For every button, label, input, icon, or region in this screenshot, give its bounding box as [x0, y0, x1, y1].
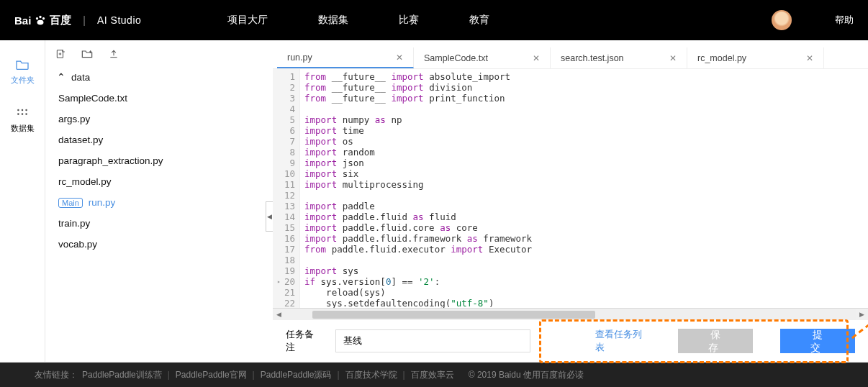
tree-folder-data[interactable]: ⌃ data: [51, 66, 268, 88]
file-sidebar: ⌃ data SampleCode.txt args.py dataset.py…: [45, 40, 273, 362]
save-button[interactable]: 保存: [678, 329, 753, 353]
tab-search-test-json[interactable]: search.test.json✕: [551, 47, 687, 68]
rail-dataset-label: 数据集: [11, 123, 35, 134]
footer-link[interactable]: 百度效率云: [411, 370, 454, 380]
logo[interactable]: Bai 百度 | AI Studio: [14, 14, 141, 27]
footer-prefix: 友情链接：: [35, 369, 78, 381]
sidebar-toolbar: [45, 40, 273, 60]
footer-copyright: © 2019 Baidu 使用百度前必读: [469, 369, 584, 381]
nav-competitions[interactable]: 比赛: [399, 14, 419, 27]
rail-dataset[interactable]: 数据集: [11, 107, 35, 134]
tab-SampleCode-txt[interactable]: SampleCode.txt✕: [414, 47, 551, 68]
svg-point-0: [36, 17, 38, 19]
rail-folder[interactable]: 文件夹: [11, 59, 35, 86]
svg-point-2: [42, 17, 45, 19]
top-nav: 项目大厅 数据集 比赛 教育: [227, 14, 489, 27]
topbar: Bai 百度 | AI Studio 项目大厅 数据集 比赛 教育 帮助: [0, 0, 868, 40]
svg-point-7: [17, 113, 19, 115]
help-link[interactable]: 帮助: [835, 14, 854, 27]
tab-rc_model-py[interactable]: rc_model.py✕: [687, 47, 824, 68]
rail-folder-label: 文件夹: [11, 75, 35, 86]
horizontal-scrollbar[interactable]: ◀ ▶: [273, 308, 868, 320]
editor-tabs: run.py✕SampleCode.txt✕search.test.json✕r…: [273, 47, 868, 69]
folder-icon: [15, 59, 30, 70]
close-icon[interactable]: ✕: [533, 53, 540, 63]
footer-link[interactable]: PaddlePaddle训练营: [82, 370, 162, 380]
left-rail: 文件夹 数据集: [0, 40, 45, 362]
nav-datasets[interactable]: 数据集: [318, 14, 348, 27]
product-name: AI Studio: [97, 14, 141, 26]
tree-file[interactable]: dataset.py: [51, 129, 268, 150]
tree-file-main[interactable]: Main run.py: [51, 192, 268, 213]
tree-file[interactable]: rc_model.py: [51, 171, 268, 192]
close-icon[interactable]: ✕: [669, 53, 677, 63]
tree-file[interactable]: SampleCode.txt: [51, 88, 268, 109]
svg-point-9: [25, 113, 27, 115]
new-folder-icon[interactable]: [81, 49, 93, 59]
main-badge: Main: [58, 198, 83, 208]
grid-icon: [15, 107, 30, 119]
nav-projects[interactable]: 项目大厅: [227, 14, 268, 27]
svg-point-6: [25, 109, 27, 111]
close-icon[interactable]: ✕: [396, 53, 403, 63]
task-label: 任务备注: [286, 328, 318, 354]
nav-education[interactable]: 教育: [469, 14, 489, 27]
tab-run-py[interactable]: run.py✕: [277, 47, 414, 68]
file-tree: ⌃ data SampleCode.txt args.py dataset.py…: [45, 60, 273, 255]
task-input[interactable]: [335, 329, 530, 352]
svg-point-3: [37, 20, 44, 25]
tree-file[interactable]: args.py: [51, 109, 268, 129]
svg-point-8: [22, 113, 24, 115]
chevron-down-icon: ⌃: [57, 71, 65, 83]
task-bar: 任务备注 查看任务列表 保存 提交: [273, 320, 868, 362]
footer-link[interactable]: PaddlePaddle源码: [261, 370, 332, 380]
upload-icon[interactable]: [109, 49, 119, 59]
footer-link[interactable]: PaddlePaddle官网: [176, 370, 247, 380]
collapse-sidebar-handle[interactable]: ◀: [266, 201, 273, 232]
tree-file[interactable]: vocab.py: [51, 234, 268, 255]
footer-link[interactable]: 百度技术学院: [345, 370, 397, 380]
close-icon[interactable]: ✕: [806, 53, 813, 63]
line-gutter: 123456789101112131415161718192021222324: [273, 69, 300, 308]
tree-file[interactable]: paragraph_extraction.py: [51, 150, 268, 171]
code-content[interactable]: from __future__ import absolute_importfr…: [300, 69, 532, 308]
svg-point-4: [17, 109, 19, 111]
svg-point-5: [22, 109, 24, 111]
view-tasks-link[interactable]: 查看任务列表: [595, 328, 643, 354]
new-file-icon[interactable]: [55, 49, 65, 59]
svg-point-1: [40, 16, 42, 18]
footer: 友情链接： PaddlePaddle训练营|PaddlePaddle官网|Pad…: [0, 363, 868, 387]
code-area[interactable]: 123456789101112131415161718192021222324 …: [273, 69, 868, 308]
baidu-logo: Bai 百度: [14, 14, 71, 27]
avatar[interactable]: [772, 10, 792, 30]
editor: ◀ run.py✕SampleCode.txt✕search.test.json…: [273, 40, 868, 362]
submit-button[interactable]: 提交: [780, 329, 855, 353]
tree-file[interactable]: train.py: [51, 213, 268, 234]
